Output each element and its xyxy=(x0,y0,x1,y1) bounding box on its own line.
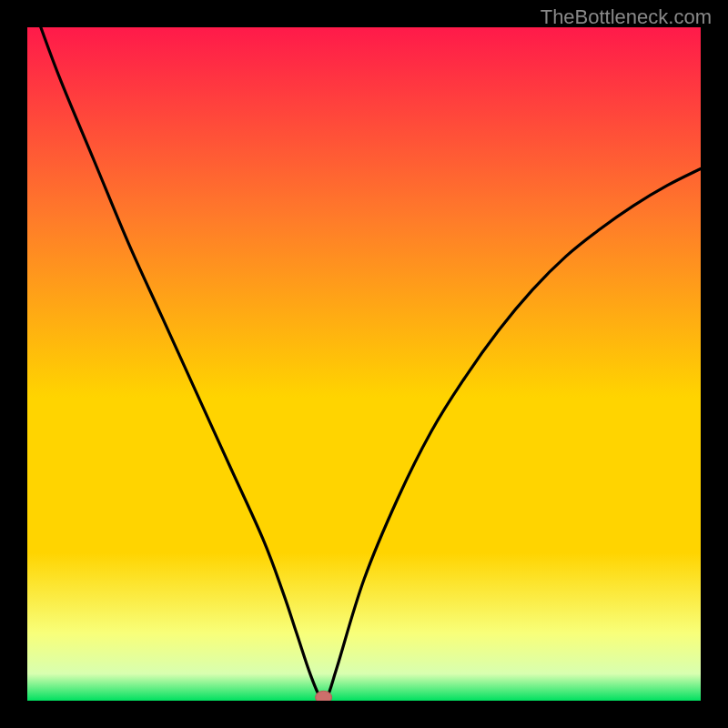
minimum-marker xyxy=(316,691,332,701)
chart-frame xyxy=(27,27,701,701)
gradient-background xyxy=(27,27,701,701)
watermark-text: TheBottleneck.com xyxy=(541,5,712,29)
bottleneck-chart xyxy=(27,27,701,701)
